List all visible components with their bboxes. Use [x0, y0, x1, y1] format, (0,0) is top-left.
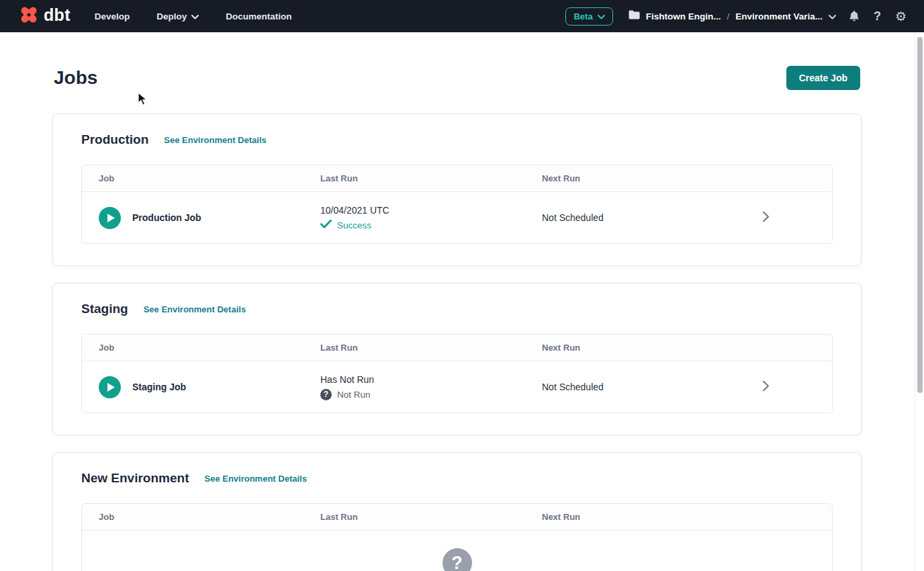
last-run-status: Success [320, 220, 542, 230]
next-run-value: Not Scheduled [542, 382, 751, 392]
breadcrumb-separator: / [727, 11, 729, 21]
gear-icon[interactable]: ⚙ [894, 9, 908, 24]
create-job-button[interactable]: Create Job [786, 66, 860, 90]
empty-jobs-state: ? [82, 531, 832, 571]
run-job-play-button[interactable] [99, 376, 121, 398]
beta-dropdown[interactable]: Beta [565, 7, 612, 26]
see-environment-details-link[interactable]: See Environment Details [164, 135, 266, 145]
jobs-table: Job Last Run Next Run ? [81, 503, 833, 571]
dbt-logo-text: dbt [44, 7, 71, 24]
environment-name: Staging [81, 302, 128, 316]
nav-deploy[interactable]: Deploy [156, 11, 199, 21]
table-header-row: Job Last Run Next Run [82, 504, 832, 531]
jobs-table: Job Last Run Next Run Staging Job Has No… [81, 334, 833, 413]
breadcrumb-account[interactable]: Fishtown Engin... [646, 11, 721, 21]
run-job-play-button[interactable] [99, 207, 121, 229]
chevron-right-icon[interactable] [762, 380, 770, 394]
column-header-job: Job [82, 343, 320, 353]
nav-develop[interactable]: Develop [95, 11, 130, 21]
play-icon [107, 382, 116, 392]
scrollbar-thumb[interactable] [917, 37, 923, 393]
primary-nav: Develop Deploy Documentation [95, 11, 292, 21]
next-run-value: Not Scheduled [542, 212, 751, 223]
main-content: Jobs Create Job Production See Environme… [0, 0, 924, 571]
jobs-table: Job Last Run Next Run Production Job 10/… [81, 165, 833, 244]
job-row-staging[interactable]: Staging Job Has Not Run ? Not Run Not Sc… [82, 361, 832, 412]
help-icon[interactable]: ? [872, 9, 882, 24]
table-header-row: Job Last Run Next Run [82, 165, 832, 192]
table-header-row: Job Last Run Next Run [82, 335, 832, 361]
question-circle-icon: ? [320, 389, 332, 400]
environment-card-new-environment: New Environment See Environment Details … [52, 452, 862, 571]
column-header-job: Job [82, 512, 320, 522]
notification-bell-icon[interactable] [847, 9, 861, 24]
environment-card-production: Production See Environment Details Job L… [52, 114, 862, 266]
scrollbar-track[interactable] [915, 32, 924, 571]
dbt-logo-icon [19, 5, 39, 28]
folder-icon [629, 10, 640, 22]
job-name: Production Job [132, 212, 201, 223]
column-header-last-run: Last Run [320, 343, 542, 353]
last-run-date: 10/04/2021 UTC [320, 205, 542, 216]
last-run-date: Has Not Run [320, 374, 542, 385]
environment-card-staging: Staging See Environment Details Job Last… [52, 283, 862, 435]
see-environment-details-link[interactable]: See Environment Details [144, 304, 246, 314]
column-header-next-run: Next Run [542, 343, 751, 353]
question-circle-icon: ? [443, 548, 472, 571]
nav-documentation[interactable]: Documentation [226, 11, 291, 21]
column-header-next-run: Next Run [542, 173, 751, 183]
check-icon [320, 220, 332, 230]
page-title: Jobs [54, 67, 97, 89]
play-icon [107, 213, 116, 223]
column-header-last-run: Last Run [320, 173, 542, 183]
top-navbar: dbt Develop Deploy Documentation Beta Fi… [0, 0, 924, 32]
column-header-last-run: Last Run [320, 512, 542, 522]
job-row-production[interactable]: Production Job 10/04/2021 UTC Success No… [82, 192, 832, 243]
column-header-job: Job [82, 173, 320, 183]
environment-name: New Environment [81, 471, 189, 486]
job-name: Staging Job [132, 382, 186, 392]
see-environment-details-link[interactable]: See Environment Details [204, 474, 306, 484]
chevron-down-icon [191, 11, 199, 21]
breadcrumb-page[interactable]: Environment Varia... [735, 11, 823, 21]
chevron-right-icon[interactable] [762, 211, 770, 225]
dbt-logo[interactable]: dbt [19, 5, 71, 28]
breadcrumb[interactable]: Fishtown Engin... / Environment Varia... [629, 10, 836, 22]
last-run-status: ? Not Run [320, 389, 542, 400]
chevron-down-icon [829, 10, 836, 22]
chevron-down-icon [598, 11, 605, 21]
column-header-next-run: Next Run [542, 512, 751, 522]
environment-name: Production [81, 132, 148, 147]
